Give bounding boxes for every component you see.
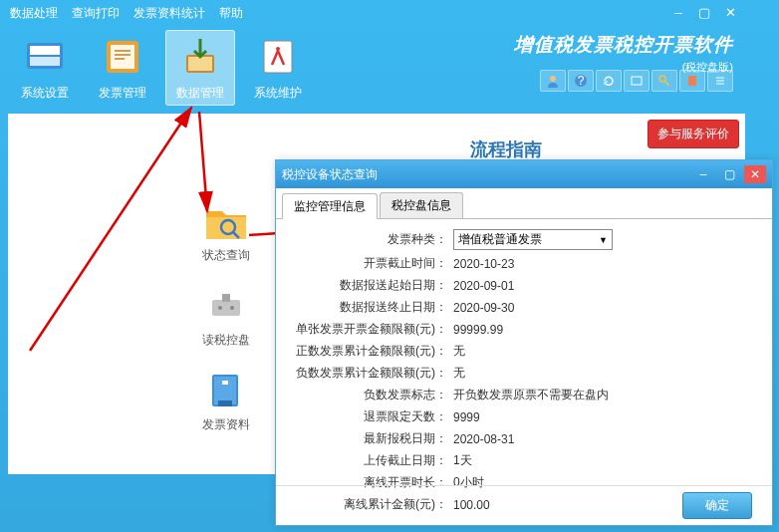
svg-point-9 xyxy=(550,76,556,82)
info-value: 9999 xyxy=(453,410,480,424)
info-value: 2020-09-30 xyxy=(453,301,514,315)
side-status-query[interactable]: 状态查询 xyxy=(202,201,250,264)
info-row: 最新报税日期：2020-08-31 xyxy=(294,430,754,447)
quick-doc-icon[interactable] xyxy=(679,70,705,92)
info-label: 数据报送起始日期： xyxy=(294,277,453,294)
info-row: 单张发票开票金额限额(元)：99999.99 xyxy=(294,321,754,338)
svg-rect-2 xyxy=(30,57,60,66)
svg-rect-12 xyxy=(632,77,642,85)
svg-rect-18 xyxy=(222,294,230,302)
info-value: 无 xyxy=(453,343,465,360)
info-row: 负数发票标志：开负数发票原票不需要在盘内 xyxy=(294,387,754,403)
side-invoice-material[interactable]: 发票资料 xyxy=(202,371,250,433)
info-value: 开负数发票原票不需要在盘内 xyxy=(453,387,609,403)
info-value: 2020-10-23 xyxy=(453,257,514,271)
tax-device-status-dialog: 税控设备状态查询 – ▢ ✕ 监控管理信息 税控盘信息 发票种类：增值税普通发票… xyxy=(275,159,773,526)
svg-point-20 xyxy=(230,306,234,310)
info-row: 发票种类：增值税普通发票▼ xyxy=(294,229,754,250)
info-row: 退票限定天数：9999 xyxy=(294,408,754,425)
quick-key-icon[interactable] xyxy=(651,70,677,92)
quick-help-icon[interactable]: ? xyxy=(568,70,594,92)
info-value: 99999.99 xyxy=(453,323,503,337)
info-row: 上传截止日期：1天 xyxy=(294,452,754,469)
svg-rect-23 xyxy=(218,400,232,406)
svg-point-19 xyxy=(218,306,222,310)
close-icon[interactable]: ✕ xyxy=(721,4,739,20)
service-feedback-badge[interactable]: 参与服务评价 xyxy=(648,120,739,148)
info-label: 最新报税日期： xyxy=(294,430,453,447)
quick-refresh-icon[interactable] xyxy=(596,70,622,92)
info-row: 正数发票累计金额限额(元)：无 xyxy=(294,343,754,360)
info-label: 负数发票标志： xyxy=(294,387,453,403)
info-label: 正数发票累计金额限额(元)： xyxy=(294,343,453,360)
info-row: 负数发票累计金额限额(元)：无 xyxy=(294,365,754,382)
side-read-tax-disk[interactable]: 读税控盘 xyxy=(202,286,250,349)
tb-invoice-mgmt[interactable]: 发票管理 xyxy=(88,30,157,106)
menu-help[interactable]: 帮助 xyxy=(219,5,243,22)
ok-button[interactable]: 确定 xyxy=(682,492,752,519)
dialog-close-icon[interactable]: ✕ xyxy=(744,165,766,183)
menu-invoice-stats[interactable]: 发票资料统计 xyxy=(133,5,205,22)
chevron-down-icon: ▼ xyxy=(599,235,608,245)
svg-rect-4 xyxy=(111,45,134,69)
info-row: 开票截止时间：2020-10-23 xyxy=(294,255,754,272)
svg-text:?: ? xyxy=(578,74,585,88)
dialog-minimize-icon[interactable]: – xyxy=(692,165,714,183)
dialog-maximize-icon[interactable]: ▢ xyxy=(718,165,740,183)
quick-list-icon[interactable] xyxy=(707,70,733,92)
info-row: 数据报送起始日期：2020-09-01 xyxy=(294,277,754,294)
info-value: 2020-09-01 xyxy=(453,279,514,293)
dialog-title: 税控设备状态查询 xyxy=(282,166,378,183)
svg-rect-17 xyxy=(212,300,240,316)
svg-point-8 xyxy=(276,47,280,51)
minimize-icon[interactable]: – xyxy=(669,4,687,20)
branding: 增值税发票税控开票软件 (税控盘版) xyxy=(514,32,733,75)
flow-guide-title: 流程指南 xyxy=(470,137,542,161)
info-value: 1天 xyxy=(453,452,472,469)
svg-rect-1 xyxy=(30,46,60,55)
svg-rect-24 xyxy=(222,381,228,385)
info-label: 退票限定天数： xyxy=(294,408,453,425)
svg-rect-14 xyxy=(688,76,696,86)
quick-user-icon[interactable] xyxy=(540,70,566,92)
tb-system-maint[interactable]: 系统维护 xyxy=(243,30,313,106)
quick-window-icon[interactable] xyxy=(624,70,649,92)
info-value: 2020-08-31 xyxy=(453,432,514,446)
tb-system-settings[interactable]: 系统设置 xyxy=(10,30,80,106)
invoice-type-select[interactable]: 增值税普通发票▼ xyxy=(453,229,613,250)
info-label: 上传截止日期： xyxy=(294,452,453,469)
tab-monitor-info[interactable]: 监控管理信息 xyxy=(282,193,378,219)
menu-query[interactable]: 查询打印 xyxy=(72,5,120,22)
info-label: 数据报送终止日期： xyxy=(294,299,453,316)
info-row: 数据报送终止日期：2020-09-30 xyxy=(294,299,754,316)
menu-data[interactable]: 数据处理 xyxy=(10,5,58,22)
svg-rect-7 xyxy=(264,41,292,73)
tb-data-mgmt[interactable]: 数据管理 xyxy=(165,30,235,106)
info-label: 单张发票开票金额限额(元)： xyxy=(294,321,453,338)
info-label: 发票种类： xyxy=(294,231,453,248)
info-value: 无 xyxy=(453,365,465,382)
maximize-icon[interactable]: ▢ xyxy=(695,4,713,20)
tab-tax-disk-info[interactable]: 税控盘信息 xyxy=(380,192,463,218)
info-label: 负数发票累计金额限额(元)： xyxy=(294,365,453,382)
info-label: 开票截止时间： xyxy=(294,255,453,272)
